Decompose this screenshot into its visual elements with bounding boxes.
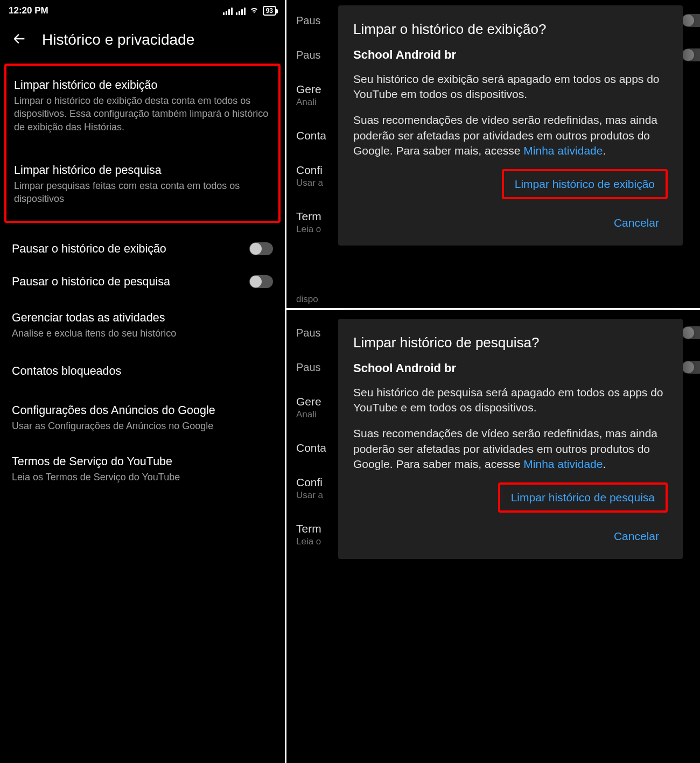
signal-icon-2 xyxy=(236,6,246,15)
my-activity-link[interactable]: Minha atividade xyxy=(523,458,603,470)
dialog-body-1: Seu histórico de pesquisa será apagado e… xyxy=(353,385,668,416)
confirm-clear-search-button[interactable]: Limpar histórico de pesquisa xyxy=(502,486,663,509)
settings-screen: 12:20 PM 93 Histórico e privacidade Limp… xyxy=(0,0,285,763)
clear-search-history[interactable]: Limpar histórico de pesquisa Limpar pesq… xyxy=(6,155,278,213)
toggle-switch[interactable] xyxy=(682,361,700,374)
toggle-switch[interactable] xyxy=(249,275,273,288)
pause-watch-label: Pausar o histórico de exibição xyxy=(12,241,249,257)
blocked-contacts[interactable]: Contatos bloqueados xyxy=(0,347,285,395)
manage-activities[interactable]: Gerenciar todas as atividades Analise e … xyxy=(0,298,285,347)
toggle-switch[interactable] xyxy=(249,242,273,255)
tos-sub: Leia os Termos de Serviço do YouTube xyxy=(12,471,273,484)
my-activity-link[interactable]: Minha atividade xyxy=(523,144,603,157)
ads-title: Configurações dos Anúncios do Google xyxy=(12,403,273,418)
wifi-icon xyxy=(249,4,260,18)
pause-search-history[interactable]: Pausar o histórico de pesquisa xyxy=(0,265,285,298)
toggle-switch[interactable] xyxy=(682,14,700,27)
dialog-body-2: Suas recomendações de vídeo serão redefi… xyxy=(353,113,668,158)
back-arrow-icon[interactable] xyxy=(12,31,27,48)
manage-sub: Analise e exclua itens do seu histórico xyxy=(12,327,273,340)
dialog-body-1: Seu histórico de exibição será apagado e… xyxy=(353,72,668,102)
cancel-button[interactable]: Cancelar xyxy=(605,524,668,548)
status-time: 12:20 PM xyxy=(9,5,48,16)
clear-search-sub: Limpar pesquisas feitas com esta conta e… xyxy=(14,179,271,206)
highlight-confirm: Limpar histórico de pesquisa xyxy=(498,482,668,513)
cancel-button[interactable]: Cancelar xyxy=(605,211,668,235)
confirm-clear-watch-button[interactable]: Limpar histórico de exibição xyxy=(506,172,663,196)
battery-icon: 93 xyxy=(263,6,276,16)
dialog-body-2: Suas recomendações de vídeo serão redefi… xyxy=(353,426,668,472)
clear-watch-history[interactable]: Limpar histórico de exibição Limpar o hi… xyxy=(6,70,278,141)
dialog-screen-search: dispo Paus Paus GereAnali Conta ConfiUsa… xyxy=(286,310,700,763)
page-title: Histórico e privacidade xyxy=(42,31,194,48)
clear-watch-sub: Limpar o histórico de exibição desta con… xyxy=(14,94,271,134)
dialog-account: School Android br xyxy=(353,48,668,62)
signal-icon xyxy=(223,6,233,15)
clear-watch-title: Limpar histórico de exibição xyxy=(14,78,271,93)
pause-search-label: Pausar o histórico de pesquisa xyxy=(12,274,249,290)
highlight-clear-options: Limpar histórico de exibição Limpar o hi… xyxy=(4,64,281,223)
highlight-confirm: Limpar histórico de exibição xyxy=(502,169,668,199)
ads-sub: Usar as Configurações de Anúncios no Goo… xyxy=(12,419,273,432)
status-bar: 12:20 PM 93 xyxy=(0,0,285,22)
pause-watch-history[interactable]: Pausar o histórico de exibição xyxy=(0,233,285,265)
manage-title: Gerenciar todas as atividades xyxy=(12,310,273,326)
clear-search-dialog: Limpar histórico de pesquisa? School And… xyxy=(338,319,683,559)
blocked-label: Contatos bloqueados xyxy=(12,363,273,379)
status-icons: 93 xyxy=(223,4,276,18)
toggle-switch[interactable] xyxy=(682,326,700,339)
youtube-tos[interactable]: Termos de Serviço do YouTube Leia os Ter… xyxy=(0,440,285,491)
dialog-account: School Android br xyxy=(353,361,668,375)
dialog-screen-watch: dispo Paus Paus GereAnali Conta ConfiUsa… xyxy=(286,0,700,308)
dialog-title: Limpar histórico de pesquisa? xyxy=(353,334,668,352)
clear-watch-dialog: Limpar o histórico de exibição? School A… xyxy=(338,5,683,246)
tos-title: Termos de Serviço do YouTube xyxy=(12,454,273,470)
header: Histórico e privacidade xyxy=(0,22,285,64)
google-ads-settings[interactable]: Configurações dos Anúncios do Google Usa… xyxy=(0,395,285,440)
dialog-title: Limpar o histórico de exibição? xyxy=(353,20,668,38)
toggle-switch[interactable] xyxy=(682,48,700,61)
clear-search-title: Limpar histórico de pesquisa xyxy=(14,163,271,178)
